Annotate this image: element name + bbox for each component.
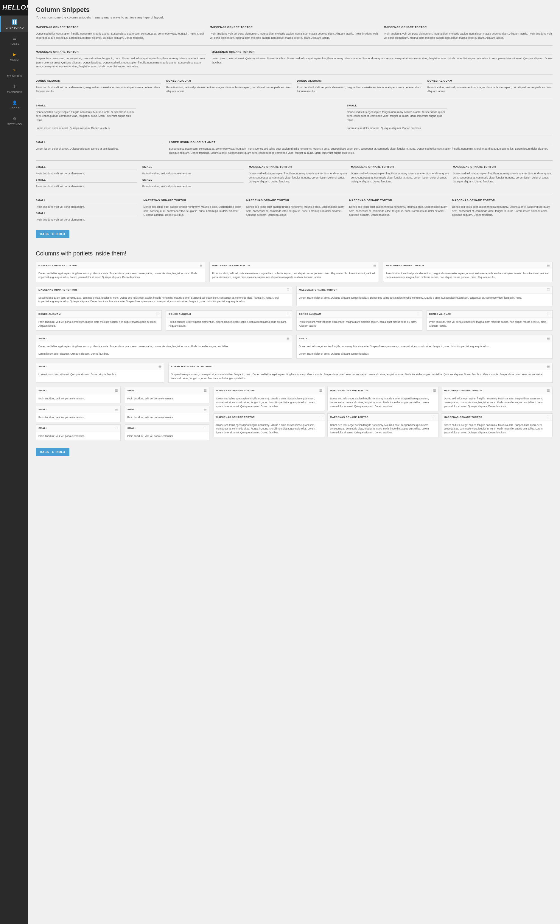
row-1: MAECENAS ORNARE TORTOR Donec sed tellus … xyxy=(36,26,553,40)
divider-2 xyxy=(36,74,553,75)
portlet-6-6-settings-icon[interactable]: ☰ xyxy=(204,426,207,430)
col-6-right: MAECENAS ORNARE TORTOR Donec sed tellus … xyxy=(249,165,553,188)
portlet-6-6-body: Proin tincidunt, velit vel porta element… xyxy=(125,432,210,441)
text-6-1: Proin tincidunt, velit vel porta element… xyxy=(36,172,137,176)
portlet-2-1-header: MAECENAS ORNARE TORTOR ☰ xyxy=(36,286,292,294)
sidebar-label-earnings: EARNINGS xyxy=(7,91,22,94)
sidebar-item-settings[interactable]: ⚙ SETTINGS xyxy=(0,112,28,129)
portlet-1-1: MAECENAS ORNARE TORTOR ☰ Donec sed tellu… xyxy=(36,262,205,282)
portlet-5-2-body: Suspendisse quam sem, consequat at, comm… xyxy=(169,370,552,383)
text-5-2: Suspendisse quam sem, consequat at, comm… xyxy=(169,147,553,155)
portlet-6-11-header: MAECENAS ORNARE TORTOR ☰ xyxy=(328,414,439,421)
portlet-6-11-title: MAECENAS ORNARE TORTOR xyxy=(330,416,368,418)
portlet-6-11-settings-icon[interactable]: ☰ xyxy=(433,415,436,419)
text-1-3: Proin tincidunt, velit vel porta element… xyxy=(384,32,553,40)
back-to-index-button-1[interactable]: BACK TO INDEX xyxy=(36,230,69,238)
sidebar-label-dashboard: DASHBOARD xyxy=(5,26,24,29)
portlet-5-2-settings-icon[interactable]: ☰ xyxy=(547,364,550,368)
portlet-1-3-settings-icon[interactable]: ☰ xyxy=(547,264,550,267)
col-4-spacer2 xyxy=(452,104,553,130)
portlet-6-1-header: SMALL ☰ xyxy=(36,387,120,394)
posts-icon: ☰ xyxy=(12,35,18,41)
portlet-6-3-header: SMALL ☰ xyxy=(36,425,120,432)
portlet-5-2-title: LOREM IPSUM DOLOR SIT AMET xyxy=(171,365,213,368)
heading-7-4: MAECENAS ORNARE TORTOR xyxy=(246,199,347,203)
sidebar-item-earnings[interactable]: $ EARNINGS xyxy=(0,81,28,97)
portlet-6-9-header: MAECENAS ORNARE TORTOR ☰ xyxy=(442,387,552,394)
heading-5-1: SMALL xyxy=(36,141,163,145)
portlet-3-2-settings-icon[interactable]: ☰ xyxy=(286,312,289,316)
portlet-6-8-header: MAECENAS ORNARE TORTOR ☰ xyxy=(328,387,439,394)
logo: HELLO! xyxy=(0,0,28,15)
portlet-2-2-header: MAECENAS ORNARE TORTOR ☰ xyxy=(297,286,553,294)
col-7-r3: MAECENAS ORNARE TORTOR Donec sed tellus … xyxy=(349,199,449,222)
portlet-6-1-settings-icon[interactable]: ☰ xyxy=(115,388,118,393)
portlet-6-3-settings-icon[interactable]: ☰ xyxy=(115,426,118,430)
heading-4-1: SMALL xyxy=(36,104,136,108)
portlet-4-1-settings-icon[interactable]: ☰ xyxy=(286,336,289,340)
portlet-6-6-title: SMALL xyxy=(127,427,136,429)
portlet-3-3-settings-icon[interactable]: ☰ xyxy=(417,312,420,316)
sidebar-item-notes[interactable]: ✎ MY NOTES xyxy=(0,64,28,81)
text-6-3: Proin tincidunt, velit vel porta element… xyxy=(142,172,244,176)
portlet-3-3-title: DONEC ALIQUAM xyxy=(299,313,321,315)
portlet-6-3-body: Proin tincidunt, velit vel porta element… xyxy=(36,432,120,441)
portlet-4-1-header: SMALL ☰ xyxy=(36,335,292,342)
text-6-5: Donec sed tellus eget sapien fringilla n… xyxy=(249,172,349,184)
col-3-3: DONEC ALIQUAM Proin tincidunt, velit vel… xyxy=(297,79,422,94)
sidebar-label-settings: SETTINGS xyxy=(7,123,22,126)
sidebar-item-posts[interactable]: ☰ POSTS xyxy=(0,32,28,48)
main-content: Column Snippets You can combine the colu… xyxy=(28,0,560,924)
portlet-6-4-settings-icon[interactable]: ☰ xyxy=(204,388,207,393)
portlet-4-2-body: Donec sed tellus eget sapien fringilla n… xyxy=(297,342,553,358)
sidebar-item-users[interactable]: 👤 USERS xyxy=(0,97,28,112)
portlet-6-right: MAECENAS ORNARE TORTOR ☰ Donec sed tellu… xyxy=(214,387,553,441)
heading-4-2: SMALL xyxy=(347,104,447,108)
portlet-1-2-settings-icon[interactable]: ☰ xyxy=(373,264,376,267)
portlet-6-10-settings-icon[interactable]: ☰ xyxy=(319,415,322,419)
portlet-2-2-settings-icon[interactable]: ☰ xyxy=(547,288,550,292)
portlet-6-2-settings-icon[interactable]: ☰ xyxy=(115,408,118,411)
text-1-1: Donec sed tellus eget sapien fringilla n… xyxy=(36,32,204,40)
portlet-4-2-settings-icon[interactable]: ☰ xyxy=(547,336,550,340)
portlet-6-10: MAECENAS ORNARE TORTOR ☰ Donec sed tellu… xyxy=(214,413,325,437)
portlet-3-2-body: Proin tincidunt, velit vel porta element… xyxy=(166,318,292,330)
portlet-6-4: SMALL ☰ Proin tincidunt, velit vel porta… xyxy=(125,387,210,403)
portlet-6-12-title: MAECENAS ORNARE TORTOR xyxy=(444,416,482,418)
portlet-6-8-body: Donec sed tellus eget sapien fringilla n… xyxy=(328,394,439,410)
heading-6-5: MAECENAS ORNARE TORTOR xyxy=(249,165,349,170)
portlet-6-10-body: Donec sed tellus eget sapien fringilla n… xyxy=(214,421,325,437)
portlet-1-2-title: MAECENAS ORNARE TORTOR xyxy=(212,264,250,267)
portlet-5-1-settings-icon[interactable]: ☰ xyxy=(159,364,162,368)
portlet-6-12-settings-icon[interactable]: ☰ xyxy=(547,415,550,419)
portlet-6-7-title: MAECENAS ORNARE TORTOR xyxy=(216,389,255,392)
text-3-4: Proin tincidunt, velit vel porta element… xyxy=(427,86,553,94)
portlet-3-4-settings-icon[interactable]: ☰ xyxy=(547,312,550,316)
heading-5-2: LOREM IPSUM DOLOR SIT AMET xyxy=(169,141,553,145)
portlet-6-5-settings-icon[interactable]: ☰ xyxy=(204,408,207,411)
row-3: DONEC ALIQUAM Proin tincidunt, velit vel… xyxy=(36,79,553,94)
portlet-6-9-settings-icon[interactable]: ☰ xyxy=(547,388,550,393)
text-6-4: Proin tincidunt, velit vel porta element… xyxy=(142,184,244,189)
portlet-1-1-settings-icon[interactable]: ☰ xyxy=(199,264,202,267)
portlet-6-10-title: MAECENAS ORNARE TORTOR xyxy=(216,416,255,418)
portlet-6-8-settings-icon[interactable]: ☰ xyxy=(433,388,436,393)
row-5: SMALL Lorem ipsum dolor sit amet. Quisqu… xyxy=(36,141,553,155)
portlet-3-2-title: DONEC ALIQUAM xyxy=(169,313,191,315)
sidebar-item-dashboard[interactable]: DASHBOARD xyxy=(0,16,28,32)
back-to-index-button-2[interactable]: BACK TO INDEX xyxy=(36,448,69,456)
media-icon: ▶ xyxy=(12,51,18,57)
page-subtitle: You can combine the column snippets in m… xyxy=(36,15,553,19)
text-6-7: Donec sed tellus eget sapien fringilla n… xyxy=(453,172,553,184)
portlet-1-2: MAECENAS ORNARE TORTOR ☰ Proin tincidunt… xyxy=(210,262,379,282)
sidebar-nav: DASHBOARD ☰ POSTS ▶ MEDIA ✎ MY NOTES $ E… xyxy=(0,16,28,129)
portlet-6-2-body: Proin tincidunt, velit vel porta element… xyxy=(36,413,120,422)
portlet-4-1-body: Donec sed tellus eget sapien fringilla n… xyxy=(36,342,292,358)
portlet-row-6: SMALL ☰ Proin tincidunt, velit vel porta… xyxy=(36,387,553,441)
sidebar-item-media[interactable]: ▶ MEDIA xyxy=(0,48,28,64)
portlet-2-1-settings-icon[interactable]: ☰ xyxy=(286,288,289,292)
portlet-2-1: MAECENAS ORNARE TORTOR ☰ Suspendisse qua… xyxy=(36,286,292,306)
portlet-3-1-settings-icon[interactable]: ☰ xyxy=(156,312,159,316)
portlet-5-1-title: SMALL xyxy=(39,365,47,368)
portlet-6-7-settings-icon[interactable]: ☰ xyxy=(319,388,322,393)
